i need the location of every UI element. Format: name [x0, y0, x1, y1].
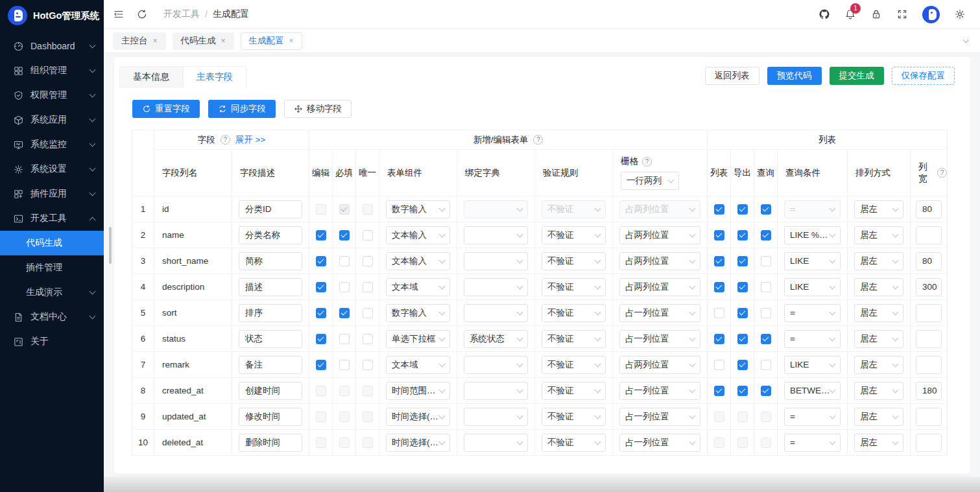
query-cond-select[interactable]: = [784, 304, 841, 322]
close-icon[interactable]: × [221, 36, 226, 45]
component-select[interactable]: 文本域 [386, 278, 450, 296]
dict-select[interactable]: 系统状态 [464, 330, 528, 348]
breadcrumb-section[interactable]: 开发工具 [163, 8, 200, 20]
sidebar-item-devtools[interactable]: 开发工具 [0, 206, 104, 231]
sidebar-item-permission[interactable]: 权限管理 [0, 83, 104, 108]
edit-checkbox[interactable] [316, 230, 326, 240]
field-desc-input[interactable]: 分类ID [239, 200, 302, 218]
close-icon[interactable]: × [289, 36, 294, 45]
sidebar-item-plugins[interactable]: 插件应用 [0, 182, 104, 206]
unique-checkbox[interactable] [363, 360, 373, 370]
sidebar-item-about[interactable]: 关于 [0, 329, 104, 354]
required-checkbox[interactable] [339, 438, 350, 448]
sidebar-item-dashboard[interactable]: Dashboard [0, 34, 104, 58]
column-width-input[interactable] [916, 304, 942, 322]
column-width-input[interactable] [916, 356, 942, 374]
grid-select[interactable]: 占一列位置 [619, 304, 700, 322]
tag-codegen[interactable]: 代码生成 × [173, 32, 234, 50]
export-checkbox[interactable] [737, 386, 748, 396]
list-checkbox[interactable] [714, 360, 724, 370]
grid-select[interactable]: 占两列位置 [619, 252, 700, 270]
query-cond-select[interactable]: LIKE [784, 252, 841, 270]
tag-dashboard[interactable]: 主控台 × [113, 32, 166, 50]
query-cond-select[interactable]: = [784, 408, 841, 426]
edit-checkbox[interactable] [316, 412, 326, 422]
edit-checkbox[interactable] [316, 256, 326, 266]
query-cond-select[interactable]: LIKE %...% [784, 226, 841, 244]
export-checkbox[interactable] [737, 360, 748, 370]
list-checkbox[interactable] [714, 386, 724, 396]
rule-select[interactable]: 不验证 [542, 408, 606, 426]
list-checkbox[interactable] [714, 438, 724, 448]
unique-checkbox[interactable] [363, 256, 373, 266]
export-checkbox[interactable] [737, 282, 748, 292]
grid-select[interactable]: 占一列位置 [619, 382, 700, 400]
avatar[interactable] [922, 6, 940, 23]
help-icon[interactable]: ? [221, 135, 230, 145]
required-checkbox[interactable] [339, 282, 350, 292]
grid-select[interactable]: 占一列位置 [619, 434, 700, 452]
expand-link[interactable]: 展开 >> [235, 134, 266, 146]
sync-fields-button[interactable]: 同步字段 [208, 100, 276, 118]
help-icon[interactable]: ? [937, 168, 947, 178]
lock-icon[interactable] [870, 8, 882, 20]
query-cond-select[interactable]: = [784, 330, 841, 348]
dict-select[interactable] [464, 382, 528, 400]
back-to-list-button[interactable]: 返回列表 [705, 67, 759, 85]
query-cond-select[interactable]: = [784, 200, 841, 218]
field-desc-input[interactable]: 修改时间 [239, 408, 302, 426]
preview-code-button[interactable]: 预览代码 [767, 67, 822, 85]
align-select[interactable]: 居左 [854, 304, 903, 322]
sidebar-item-plugin-manage[interactable]: 插件管理 [0, 255, 104, 280]
submit-generate-button[interactable]: 提交生成 [830, 67, 884, 85]
fullscreen-icon[interactable] [896, 8, 908, 20]
column-width-input[interactable] [916, 408, 942, 426]
component-select[interactable]: 文本输入 [386, 226, 450, 244]
app-logo[interactable]: HotGo管理系统 [0, 0, 104, 31]
query-cond-select[interactable]: LIKE [784, 278, 841, 296]
grid-select[interactable]: 占两列位置 [619, 356, 700, 374]
tag-genconfig[interactable]: 生成配置 × [241, 32, 302, 50]
query-checkbox[interactable] [761, 334, 771, 344]
query-checkbox[interactable] [761, 360, 771, 370]
sidebar-item-sysapp[interactable]: 系统应用 [0, 108, 104, 132]
tab-main-fields[interactable]: 主表字段 [183, 66, 246, 88]
collapse-menu-icon[interactable] [113, 8, 125, 20]
export-checkbox[interactable] [737, 204, 748, 215]
rule-select[interactable]: 不验证 [542, 304, 606, 322]
dict-select[interactable] [464, 356, 528, 374]
align-select[interactable]: 居左 [854, 226, 903, 244]
query-checkbox[interactable] [761, 282, 771, 292]
component-select[interactable]: 单选下拉框 [386, 330, 450, 348]
unique-checkbox[interactable] [363, 230, 373, 240]
edit-checkbox[interactable] [316, 334, 326, 344]
align-select[interactable]: 居左 [854, 278, 903, 296]
export-checkbox[interactable] [737, 308, 748, 318]
rule-select[interactable]: 不验证 [542, 356, 606, 374]
align-select[interactable]: 居左 [854, 382, 903, 400]
edit-checkbox[interactable] [316, 308, 326, 318]
component-select[interactable]: 文本输入 [386, 252, 450, 270]
field-desc-input[interactable]: 状态 [239, 330, 302, 348]
component-select[interactable]: 数字输入 [386, 304, 450, 322]
export-checkbox[interactable] [737, 334, 748, 344]
grid-layout-select[interactable]: 一行两列 [621, 172, 679, 190]
list-checkbox[interactable] [714, 256, 724, 266]
required-checkbox[interactable] [339, 230, 350, 240]
scrollbar-thumb[interactable] [109, 227, 112, 264]
query-checkbox[interactable] [761, 204, 771, 215]
sidebar-item-gen-demo[interactable]: 生成演示 [0, 280, 104, 305]
reload-icon[interactable] [136, 8, 148, 20]
column-width-input[interactable]: 300 [916, 278, 942, 296]
query-checkbox[interactable] [761, 412, 771, 422]
align-select[interactable]: 居左 [854, 434, 903, 452]
grid-select[interactable]: 占两列位置 [619, 226, 700, 244]
dict-select[interactable] [464, 278, 528, 296]
unique-checkbox[interactable] [363, 308, 373, 318]
query-cond-select[interactable]: BETWEEN [784, 382, 841, 400]
reset-fields-button[interactable]: 重置字段 [132, 100, 200, 118]
align-select[interactable]: 居左 [854, 252, 903, 270]
field-desc-input[interactable]: 排序 [239, 304, 302, 322]
move-fields-button[interactable]: 移动字段 [284, 100, 352, 118]
export-checkbox[interactable] [737, 256, 748, 266]
